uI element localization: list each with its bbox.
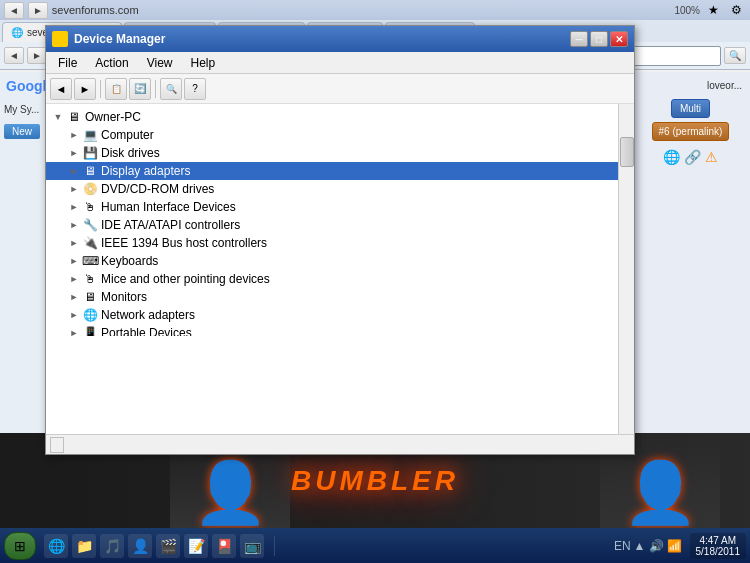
display-expander[interactable]: ► (66, 163, 82, 179)
browser-titlebar: ◄ ► sevenforums.com 100% ★ ⚙ (0, 0, 750, 20)
tree-ide[interactable]: ► 🔧 IDE ATA/ATAPI controllers (46, 216, 618, 234)
figure-right: 👤 (623, 457, 698, 528)
tree-disk-drives[interactable]: ► 💾 Disk drives (46, 144, 618, 162)
menu-help[interactable]: Help (183, 54, 224, 72)
ide-expander[interactable]: ► (66, 217, 82, 233)
share-icon[interactable]: 🔗 (684, 149, 701, 165)
taskbar-user-icon[interactable]: 👤 (128, 534, 152, 558)
tree-portable[interactable]: ► 📱 Portable Devices (46, 324, 618, 336)
tray-volume[interactable]: 🔊 (649, 539, 664, 553)
dm-tree: ▼ 🖥 Owner-PC ► 💻 Computer ► 💾 Disk drive… (46, 104, 618, 336)
display-label: Display adapters (101, 164, 190, 178)
disk-icon: 💾 (82, 145, 98, 161)
monitors-expander[interactable]: ► (66, 289, 82, 305)
tray-up-arrow[interactable]: ▲ (634, 539, 646, 553)
root-expander[interactable]: ▼ (50, 109, 66, 125)
taskbar-pinned-icons: 🌐 📁 🎵 👤 🎬 📝 🎴 📺 (40, 534, 268, 558)
toolbar-forward[interactable]: ► (74, 78, 96, 100)
tree-computer[interactable]: ► 💻 Computer (46, 126, 618, 144)
keyboard-icon: ⌨ (82, 253, 98, 269)
dm-titlebar: Device Manager ─ □ ✕ (46, 26, 634, 52)
dm-window-controls: ─ □ ✕ (570, 31, 628, 47)
settings-icon[interactable]: ⚙ (727, 3, 746, 17)
portable-icon: 📱 (82, 325, 98, 336)
taskbar-game-icon[interactable]: 🎴 (212, 534, 236, 558)
tree-mice[interactable]: ► 🖱 Mice and other pointing devices (46, 270, 618, 288)
network-expander[interactable]: ► (66, 307, 82, 323)
clock-time: 4:47 AM (696, 535, 741, 546)
taskbar: ⊞ 🌐 📁 🎵 👤 🎬 📝 🎴 📺 EN ▲ 🔊 📶 4:47 AM 5/18/… (0, 528, 750, 563)
taskbar-video-icon[interactable]: 🎬 (156, 534, 180, 558)
toolbar-update[interactable]: 🔄 (129, 78, 151, 100)
hid-label: Human Interface Devices (101, 200, 236, 214)
taskbar-clock[interactable]: 4:47 AM 5/18/2011 (690, 533, 747, 559)
tree-root[interactable]: ▼ 🖥 Owner-PC (46, 108, 618, 126)
portable-expander[interactable]: ► (66, 325, 82, 336)
dvd-icon: 📀 (82, 181, 98, 197)
taskbar-tv-icon[interactable]: 📺 (240, 534, 264, 558)
dvd-expander[interactable]: ► (66, 181, 82, 197)
network-label: Network adapters (101, 308, 195, 322)
taskbar-ie-icon[interactable]: 🌐 (44, 534, 68, 558)
menu-view[interactable]: View (139, 54, 181, 72)
dm-content-area: ▼ 🖥 Owner-PC ► 💻 Computer ► 💾 Disk drive… (46, 104, 634, 434)
close-button[interactable]: ✕ (610, 31, 628, 47)
disk-expander[interactable]: ► (66, 145, 82, 161)
back-nav-btn[interactable]: ◄ (4, 47, 24, 64)
tree-ieee[interactable]: ► 🔌 IEEE 1394 Bus host controllers (46, 234, 618, 252)
permalink-button[interactable]: #6 (permalink) (652, 122, 730, 141)
tree-display-adapters[interactable]: ► 🖥 Display adapters (46, 162, 618, 180)
scrollbar-thumb[interactable] (620, 137, 634, 167)
action-icons: 🌐 🔗 ⚠ (635, 145, 746, 169)
ide-label: IDE ATA/ATAPI controllers (101, 218, 240, 232)
taskbar-right: EN ▲ 🔊 📶 4:47 AM 5/18/2011 (610, 533, 746, 559)
taskbar-media-icon[interactable]: 🎵 (100, 534, 124, 558)
computer-expander[interactable]: ► (66, 127, 82, 143)
toolbar-sep-2 (155, 80, 156, 98)
toolbar-back[interactable]: ◄ (50, 78, 72, 100)
multi-btn-container: Multi (635, 99, 746, 118)
status-panel (50, 437, 64, 453)
taskbar-separator (274, 536, 275, 556)
keyboard-expander[interactable]: ► (66, 253, 82, 269)
world-icon[interactable]: 🌐 (663, 149, 680, 165)
tree-hid[interactable]: ► 🖱 Human Interface Devices (46, 198, 618, 216)
dm-title-text: Device Manager (74, 32, 564, 46)
banner-text: BUMBLER (291, 465, 459, 497)
hid-icon: 🖱 (82, 199, 98, 215)
ieee-icon: 🔌 (82, 235, 98, 251)
dm-scrollbar[interactable] (618, 104, 634, 434)
hid-expander[interactable]: ► (66, 199, 82, 215)
forward-btn[interactable]: ► (28, 2, 48, 19)
user-display: loveor... (635, 76, 746, 95)
portable-label: Portable Devices (101, 326, 192, 336)
mice-expander[interactable]: ► (66, 271, 82, 287)
maximize-button[interactable]: □ (590, 31, 608, 47)
tree-monitors[interactable]: ► 🖥 Monitors (46, 288, 618, 306)
dvd-label: DVD/CD-ROM drives (101, 182, 214, 196)
page-title: sevenforums.com (52, 4, 671, 16)
new-button[interactable]: New (4, 124, 40, 139)
toolbar-scan[interactable]: 🔍 (160, 78, 182, 100)
taskbar-explorer-icon[interactable]: 📁 (72, 534, 96, 558)
minimize-button[interactable]: ─ (570, 31, 588, 47)
dm-menubar: File Action View Help (46, 52, 634, 74)
star-icon[interactable]: ★ (704, 3, 723, 17)
tree-network[interactable]: ► 🌐 Network adapters (46, 306, 618, 324)
tree-keyboards[interactable]: ► ⌨ Keyboards (46, 252, 618, 270)
ieee-expander[interactable]: ► (66, 235, 82, 251)
menu-file[interactable]: File (50, 54, 85, 72)
toolbar-properties[interactable]: 📋 (105, 78, 127, 100)
toolbar-help[interactable]: ? (184, 78, 206, 100)
start-button[interactable]: ⊞ (4, 532, 36, 560)
back-btn[interactable]: ◄ (4, 2, 24, 19)
multi-button[interactable]: Multi (671, 99, 710, 118)
search-icon[interactable]: 🔍 (724, 47, 746, 64)
zoom-level: 100% (674, 5, 700, 16)
menu-action[interactable]: Action (87, 54, 136, 72)
tree-dvd[interactable]: ► 📀 DVD/CD-ROM drives (46, 180, 618, 198)
taskbar-docs-icon[interactable]: 📝 (184, 534, 208, 558)
tray-network[interactable]: 📶 (667, 539, 682, 553)
forward-nav-btn[interactable]: ► (27, 47, 47, 64)
figure-left: 👤 (193, 457, 268, 528)
